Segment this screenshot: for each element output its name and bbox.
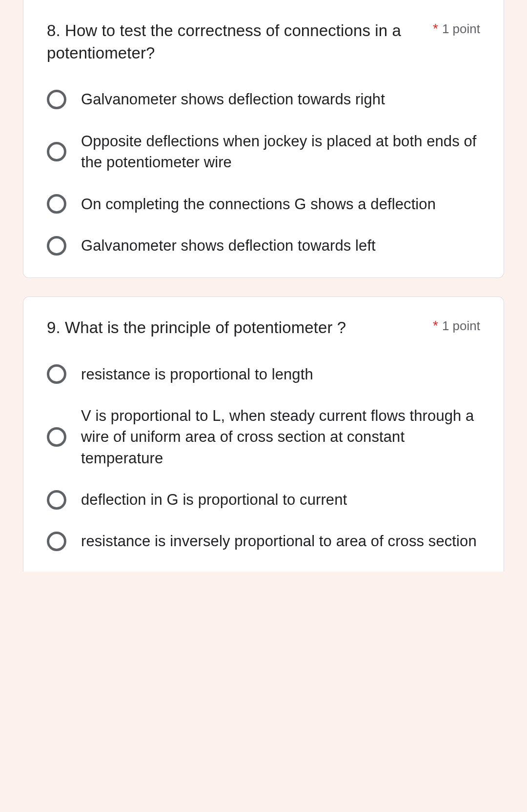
question-card-8: 8. How to test the correctness of connec… bbox=[23, 0, 504, 278]
required-star-icon: * bbox=[433, 22, 438, 36]
question-header: 8. How to test the correctness of connec… bbox=[47, 20, 480, 64]
radio-icon bbox=[47, 364, 66, 384]
option-row[interactable]: deflection in G is proportional to curre… bbox=[47, 489, 480, 510]
radio-icon bbox=[47, 236, 66, 256]
question-header: 9. What is the principle of potentiomete… bbox=[47, 317, 480, 339]
option-row[interactable]: Galvanometer shows deflection towards ri… bbox=[47, 89, 480, 110]
required-star-icon: * bbox=[433, 319, 438, 333]
option-row[interactable]: On completing the connections G shows a … bbox=[47, 194, 480, 215]
question-card-9: 9. What is the principle of potentiomete… bbox=[23, 297, 504, 572]
option-row[interactable]: V is proportional to L, when steady curr… bbox=[47, 405, 480, 469]
points-text: 1 point bbox=[442, 21, 480, 37]
option-row[interactable]: resistance is proportional to length bbox=[47, 364, 480, 385]
option-text: Galvanometer shows deflection towards le… bbox=[81, 235, 376, 256]
radio-icon bbox=[47, 427, 66, 447]
option-row[interactable]: Opposite deflections when jockey is plac… bbox=[47, 131, 480, 173]
option-text: resistance is proportional to length bbox=[81, 364, 313, 385]
option-text: On completing the connections G shows a … bbox=[81, 194, 436, 215]
option-row[interactable]: Galvanometer shows deflection towards le… bbox=[47, 235, 480, 256]
radio-icon bbox=[47, 532, 66, 551]
option-text: Opposite deflections when jockey is plac… bbox=[81, 131, 480, 173]
question-title: 8. How to test the correctness of connec… bbox=[47, 20, 433, 64]
radio-icon bbox=[47, 490, 66, 510]
option-text: V is proportional to L, when steady curr… bbox=[81, 405, 480, 469]
option-text: deflection in G is proportional to curre… bbox=[81, 489, 347, 510]
option-row[interactable]: resistance is inversely proportional to … bbox=[47, 531, 480, 552]
option-text: Galvanometer shows deflection towards ri… bbox=[81, 89, 385, 110]
radio-icon bbox=[47, 90, 66, 109]
radio-icon bbox=[47, 142, 66, 161]
radio-icon bbox=[47, 194, 66, 214]
points-text: 1 point bbox=[442, 318, 480, 334]
points-indicator: * 1 point bbox=[433, 20, 480, 37]
points-indicator: * 1 point bbox=[433, 317, 480, 334]
question-title: 9. What is the principle of potentiomete… bbox=[47, 317, 433, 339]
option-text: resistance is inversely proportional to … bbox=[81, 531, 477, 552]
